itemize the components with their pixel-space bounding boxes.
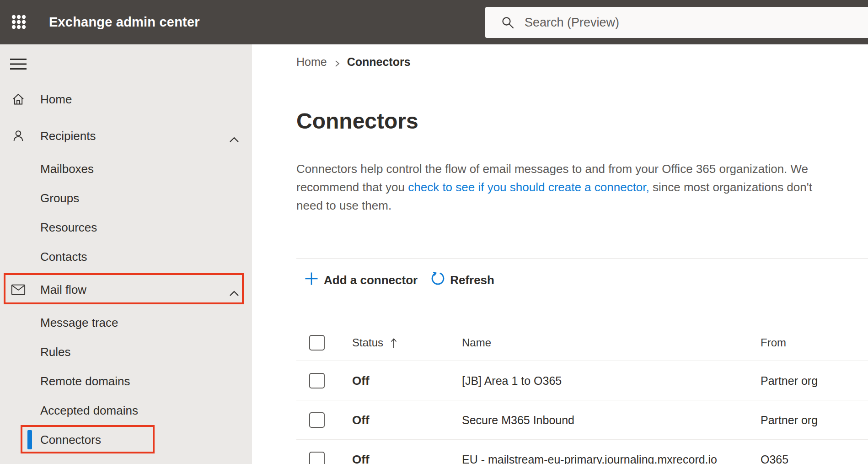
sort-ascending-icon	[390, 337, 398, 349]
sidebar-item-label: Remote domains	[40, 374, 130, 388]
table-row[interactable]: Off Secure M365 Inbound Partner org	[296, 400, 868, 440]
description-line2-after: since most organizations don't	[649, 180, 812, 194]
row-status: Off	[352, 413, 370, 427]
chevron-up-icon[interactable]	[229, 286, 240, 293]
column-header-status-label: Status	[352, 336, 383, 349]
refresh-label: Refresh	[450, 273, 494, 287]
sidebar-item-label: Mailboxes	[40, 162, 94, 176]
left-navigation: Home Recipients Mailboxes	[0, 44, 252, 464]
sidebar-item-remote-domains[interactable]: Remote domains	[0, 367, 252, 396]
person-icon	[11, 129, 26, 143]
nav-collapse-button[interactable]	[10, 58, 27, 70]
sidebar-item-label: Groups	[40, 191, 79, 205]
sidebar-item-label: Home	[40, 92, 72, 107]
sidebar-item-resources[interactable]: Resources	[0, 213, 252, 242]
plus-icon	[304, 271, 319, 290]
sidebar-item-label: Resources	[40, 221, 97, 235]
checkbox-icon[interactable]	[309, 412, 325, 428]
app-launcher-button[interactable]	[11, 14, 27, 30]
search-input[interactable]	[525, 16, 817, 30]
top-app-bar: Exchange admin center	[0, 0, 868, 44]
row-from: Partner org	[761, 374, 818, 387]
toolbar-divider	[296, 258, 868, 259]
sidebar-item-contacts[interactable]: Contacts	[0, 242, 252, 271]
envelope-icon	[11, 282, 26, 297]
page-description: Connectors help control the flow of emai…	[296, 160, 868, 215]
sidebar-item-groups[interactable]: Groups	[0, 183, 252, 213]
description-line3: need to use them.	[296, 199, 391, 212]
selected-indicator-bar	[27, 430, 32, 449]
description-line1: Connectors help control the flow of emai…	[296, 162, 808, 176]
row-checkbox[interactable]	[309, 412, 325, 428]
nav-list: Home Recipients Mailboxes	[0, 85, 252, 454]
breadcrumb-home-link[interactable]: Home	[296, 55, 327, 69]
sidebar-item-label: Connectors	[40, 433, 101, 447]
sidebar-item-message-trace[interactable]: Message trace	[0, 308, 252, 337]
sidebar-item-label: Contacts	[40, 250, 87, 264]
checkbox-icon[interactable]	[309, 452, 325, 464]
column-header-name[interactable]: Name	[462, 336, 491, 349]
sidebar-item-label: Accepted domains	[40, 404, 138, 418]
checkbox-icon[interactable]	[309, 373, 325, 388]
row-status: Off	[352, 373, 370, 388]
add-connector-label: Add a connector	[324, 273, 418, 287]
sidebar-item-mailboxes[interactable]: Mailboxes	[0, 154, 252, 183]
page-title: Connectors	[296, 109, 868, 133]
sidebar-item-label: Rules	[40, 345, 70, 359]
command-bar: Add a connector Refresh	[296, 267, 868, 293]
sidebar-item-label: Recipients	[40, 129, 96, 143]
sidebar-item-recipients[interactable]: Recipients	[0, 121, 252, 151]
breadcrumb: Home Connectors	[296, 54, 868, 69]
sidebar-item-accepted-domains[interactable]: Accepted domains	[0, 396, 252, 425]
home-icon	[11, 92, 26, 107]
hamburger-icon	[10, 64, 27, 71]
description-line2-before: recommend that you	[296, 180, 408, 194]
search-icon	[501, 16, 514, 29]
app-title: Exchange admin center	[49, 0, 200, 44]
add-connector-button[interactable]: Add a connector	[304, 271, 418, 290]
chevron-right-icon	[333, 58, 341, 67]
waffle-icon	[11, 23, 27, 31]
row-from: Partner org	[761, 413, 818, 426]
table-row[interactable]: Off EU - mailstream-eu-primary.journalin…	[296, 440, 868, 464]
create-connector-check-link[interactable]: check to see if you should create a conn…	[408, 180, 649, 194]
sidebar-item-label: Message trace	[40, 316, 118, 330]
table-row[interactable]: Off [JB] Area 1 to O365 Partner org	[296, 361, 868, 400]
breadcrumb-current: Connectors	[347, 55, 411, 69]
sidebar-item-mail-flow[interactable]: Mail flow	[0, 275, 252, 304]
row-checkbox[interactable]	[309, 373, 325, 388]
row-status: Off	[352, 452, 370, 464]
refresh-button[interactable]: Refresh	[430, 271, 494, 289]
main-content: Home Connectors Connectors Connectors he…	[252, 44, 868, 464]
sidebar-item-home[interactable]: Home	[0, 85, 252, 114]
checkbox-icon[interactable]	[309, 335, 325, 351]
table-header-row: Status Name From	[296, 324, 868, 361]
sidebar-item-connectors[interactable]: Connectors	[0, 425, 252, 454]
sidebar-item-label: Mail flow	[40, 283, 86, 297]
column-header-from[interactable]: From	[761, 336, 786, 349]
select-all-checkbox[interactable]	[309, 335, 325, 351]
sidebar-item-rules[interactable]: Rules	[0, 337, 252, 367]
row-name: [JB] Area 1 to O365	[462, 374, 562, 387]
column-header-status[interactable]: Status	[352, 336, 398, 349]
global-search-box[interactable]	[485, 7, 868, 38]
refresh-icon	[430, 271, 445, 289]
row-name: EU - mailstream-eu-primary.journaling.mx…	[462, 453, 717, 464]
row-checkbox[interactable]	[309, 452, 325, 464]
chevron-up-icon[interactable]	[229, 132, 240, 140]
row-name: Secure M365 Inbound	[462, 413, 574, 426]
exchange-admin-center-window: Exchange admin center	[0, 0, 868, 464]
row-from: O365	[761, 453, 788, 464]
